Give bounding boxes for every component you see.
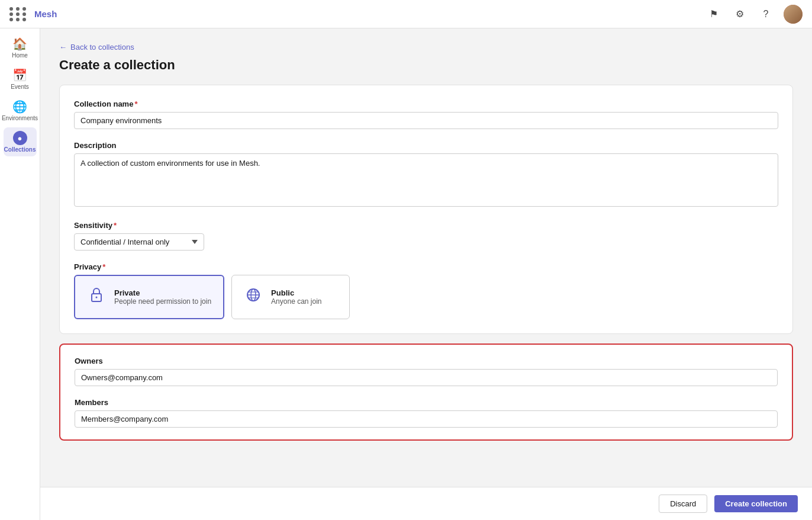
owners-label: Owners	[75, 357, 778, 365]
privacy-field-group: Privacy* Private	[74, 262, 778, 319]
description-label: Description	[74, 141, 778, 150]
privacy-public-text: Public Anyone can join	[271, 288, 321, 306]
privacy-private-text: Private People need permission to join	[114, 288, 211, 306]
members-field-group: Members	[75, 398, 778, 428]
owners-input[interactable]	[75, 369, 778, 386]
sidebar: 🏠 Home 📅 Events 🌐 Environments ● Collect…	[0, 28, 40, 520]
sidebar-label-events: Events	[11, 84, 29, 90]
events-icon: 📅	[12, 68, 27, 82]
breadcrumb[interactable]: ← Back to collections	[59, 43, 793, 52]
footer: Discard Create collection	[40, 487, 812, 520]
flag-icon[interactable]: ⚑	[705, 6, 722, 23]
sensitivity-label: Sensitivity*	[74, 221, 778, 230]
sidebar-label-environments: Environments	[2, 115, 38, 121]
back-arrow-icon: ←	[59, 43, 67, 52]
app-title: Mesh	[34, 9, 698, 19]
owners-field-group: Owners	[75, 357, 778, 386]
privacy-public-card[interactable]: Public Anyone can join	[231, 275, 350, 319]
sidebar-item-collections[interactable]: ● Collections	[4, 127, 37, 156]
lock-icon	[87, 285, 106, 309]
members-input[interactable]	[75, 410, 778, 428]
topbar-actions: ⚑ ⚙ ?	[705, 5, 803, 24]
page-title: Create a collection	[59, 57, 793, 73]
privacy-options: Private People need permission to join	[74, 275, 778, 319]
privacy-label: Privacy*	[74, 262, 778, 271]
sidebar-item-environments[interactable]: 🌐 Environments	[4, 96, 37, 125]
sidebar-item-events[interactable]: 📅 Events	[4, 65, 37, 94]
breadcrumb-link[interactable]: Back to collections	[70, 43, 134, 52]
members-label: Members	[75, 398, 778, 407]
discard-button[interactable]: Discard	[659, 495, 707, 513]
privacy-public-desc: Anyone can join	[271, 297, 321, 306]
sensitivity-select[interactable]: Public Confidential / Internal only Rest…	[74, 233, 204, 251]
collections-icon: ●	[13, 131, 27, 145]
globe-icon	[244, 285, 263, 309]
description-field-group: Description A collection of custom envir…	[74, 141, 778, 209]
sidebar-label-home: Home	[12, 52, 28, 59]
privacy-private-card[interactable]: Private People need permission to join	[74, 275, 224, 319]
sidebar-label-collections: Collections	[4, 146, 36, 153]
home-icon: 🏠	[12, 37, 27, 51]
sensitivity-field-group: Sensitivity* Public Confidential / Inter…	[74, 221, 778, 251]
owners-members-section: Owners Members	[59, 344, 793, 441]
collection-name-input[interactable]	[74, 112, 778, 129]
topbar: Mesh ⚑ ⚙ ?	[0, 0, 812, 28]
create-collection-card: Collection name* Description A collectio…	[59, 85, 793, 334]
sidebar-item-home[interactable]: 🏠 Home	[4, 33, 37, 62]
environments-icon: 🌐	[12, 99, 27, 114]
avatar[interactable]	[784, 5, 803, 24]
privacy-private-title: Private	[114, 288, 211, 297]
app-launcher-icon[interactable]	[9, 7, 27, 21]
settings-icon[interactable]: ⚙	[732, 6, 748, 23]
collection-name-field-group: Collection name*	[74, 99, 778, 129]
svg-point-1	[96, 297, 98, 298]
create-collection-button[interactable]: Create collection	[714, 495, 798, 512]
help-icon[interactable]: ?	[758, 6, 774, 23]
privacy-public-title: Public	[271, 288, 321, 297]
collection-name-label: Collection name*	[74, 99, 778, 108]
privacy-private-desc: People need permission to join	[114, 297, 211, 306]
description-textarea[interactable]: A collection of custom environments for …	[74, 153, 778, 207]
main-content: ← Back to collections Create a collectio…	[40, 28, 812, 520]
